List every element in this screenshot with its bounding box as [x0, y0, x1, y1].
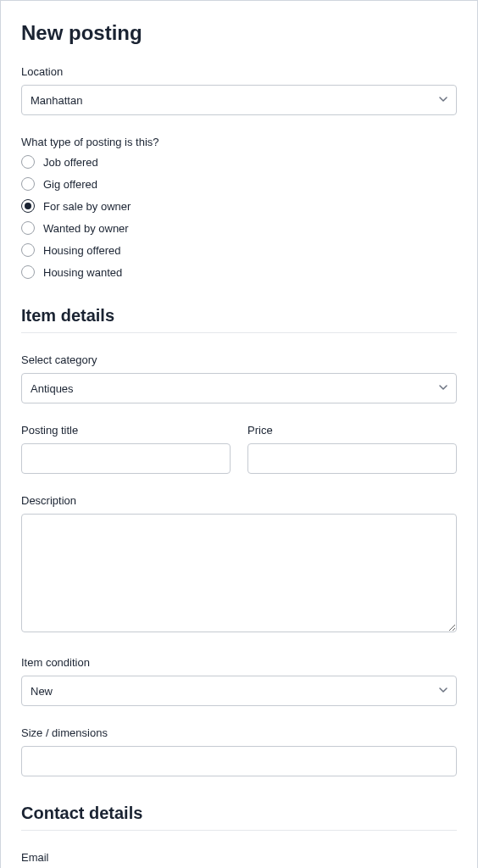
radio-icon — [21, 243, 35, 257]
radio-icon — [21, 155, 35, 169]
radio-icon — [21, 221, 35, 235]
description-label: Description — [21, 494, 457, 507]
radio-label: Housing offered — [43, 244, 121, 257]
radio-option[interactable]: Gig offered — [21, 177, 457, 191]
divider — [21, 332, 457, 333]
location-select[interactable]: Manhattan — [21, 85, 457, 115]
posting-title-label: Posting title — [21, 424, 231, 437]
price-label: Price — [247, 424, 457, 437]
radio-icon — [21, 177, 35, 191]
radio-label: For sale by owner — [43, 200, 131, 213]
description-textarea[interactable] — [21, 514, 457, 632]
location-label: Location — [21, 65, 457, 78]
posting-type-options: Job offeredGig offeredFor sale by ownerW… — [21, 155, 457, 279]
radio-option[interactable]: For sale by owner — [21, 199, 457, 213]
email-label: Email — [21, 851, 457, 864]
size-label: Size / dimensions — [21, 726, 457, 739]
radio-label: Gig offered — [43, 178, 97, 191]
radio-label: Job offered — [43, 156, 98, 169]
category-label: Select category — [21, 353, 457, 366]
posting-type-label: What type of posting is this? — [21, 136, 457, 148]
size-input[interactable] — [21, 746, 457, 776]
posting-title-input[interactable] — [21, 443, 231, 474]
contact-details-title: Contact details — [21, 804, 457, 823]
condition-select[interactable]: New — [21, 676, 457, 706]
price-input[interactable] — [247, 443, 457, 474]
category-select[interactable]: Antiques — [21, 373, 457, 403]
divider — [21, 830, 457, 831]
radio-option[interactable]: Wanted by owner — [21, 221, 457, 235]
radio-option[interactable]: Housing offered — [21, 243, 457, 257]
radio-icon — [21, 199, 35, 213]
radio-icon — [21, 265, 35, 279]
condition-label: Item condition — [21, 656, 457, 669]
radio-option[interactable]: Job offered — [21, 155, 457, 169]
radio-label: Wanted by owner — [43, 222, 129, 235]
page-title: New posting — [21, 21, 457, 45]
item-details-title: Item details — [21, 306, 457, 326]
radio-label: Housing wanted — [43, 266, 122, 279]
radio-option[interactable]: Housing wanted — [21, 265, 457, 279]
